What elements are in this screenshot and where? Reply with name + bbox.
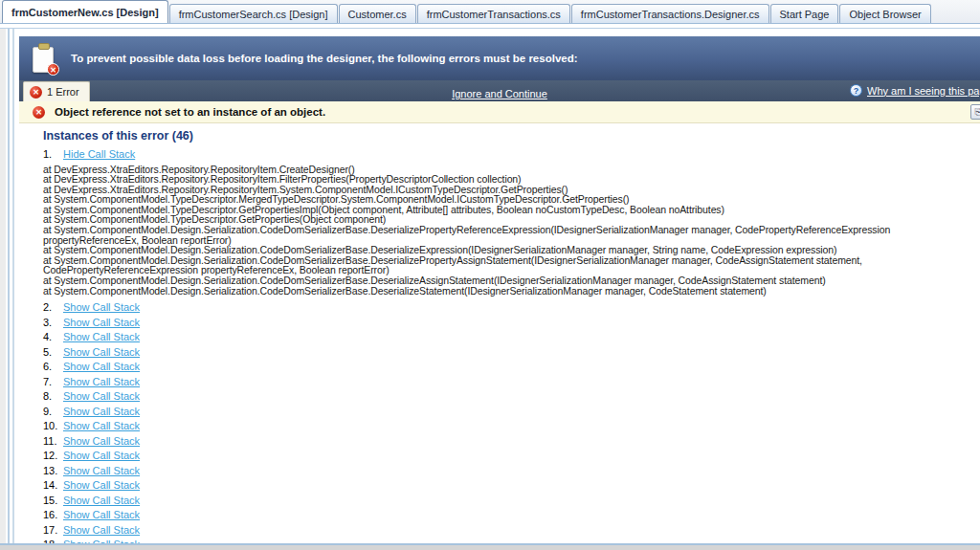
why-seeing-page-link[interactable]: Why am I seeing this page?: [867, 85, 980, 97]
tab-label: Start Page: [780, 9, 830, 20]
error-instance: 10.Show Call Stack: [43, 421, 980, 431]
instance-line: 7.Show Call Stack: [43, 377, 980, 387]
call-stack-link[interactable]: Show Call Stack: [63, 406, 140, 417]
instance-number: 2.: [43, 302, 59, 313]
instance-number: 3.: [43, 318, 59, 328]
error-instance: 13.Show Call Stack: [43, 466, 980, 476]
instance-line: 9.Show Call Stack: [43, 407, 980, 417]
instance-number: 14.: [43, 480, 59, 491]
instance-number: 10.: [43, 421, 59, 431]
instance-line: 5.Show Call Stack: [43, 347, 980, 358]
call-stack-link[interactable]: Show Call Stack: [63, 376, 140, 387]
instance-line: 11.Show Call Stack: [43, 436, 980, 447]
document-tab[interactable]: frmCustomerSearch.cs [Design]: [169, 4, 338, 23]
ignore-wrap: Ignore and Continue: [19, 84, 980, 101]
help-circle-icon: ?: [850, 84, 862, 97]
stack-trace: at DevExpress.XtraEditors.Repository.Rep…: [43, 165, 972, 297]
error-instance: 9.Show Call Stack: [43, 407, 980, 417]
call-stack-link[interactable]: Show Call Stack: [63, 301, 140, 313]
instance-number: 5.: [43, 347, 59, 358]
document-tab[interactable]: frmCustomerNew.cs [Design]: [2, 0, 168, 23]
instance-number: 4.: [43, 332, 59, 342]
document-tabs: frmCustomerNew.cs [Design] frmCustomerSe…: [0, 0, 980, 24]
error-toolbar: ✕ 1 Error Ignore and Continue ? Why am I…: [19, 80, 980, 101]
call-stack-link[interactable]: Show Call Stack: [63, 479, 140, 491]
call-stack-link[interactable]: Show Call Stack: [63, 420, 140, 431]
error-instance: 1.Hide Call Stack at DevExpress.XtraEdit…: [43, 149, 980, 296]
call-stack-link[interactable]: Show Call Stack: [63, 390, 140, 402]
left-gutter: [0, 29, 19, 550]
instance-list: 1.Hide Call Stack at DevExpress.XtraEdit…: [43, 149, 980, 543]
error-instance: 8.Show Call Stack: [43, 391, 980, 402]
stack-trace-line: at System.ComponentModel.Design.Serializ…: [43, 255, 972, 275]
instance-line: 14.Show Call Stack: [43, 480, 980, 491]
error-instance: 5.Show Call Stack: [43, 347, 980, 358]
error-instance: 15.Show Call Stack: [43, 495, 980, 506]
document-tab[interactable]: Customer.cs: [339, 4, 416, 23]
document-tab[interactable]: frmCustomerTransactions.Designer.cs: [571, 4, 769, 23]
tab-label: frmCustomerTransactions.Designer.cs: [581, 9, 760, 20]
document-tab[interactable]: Object Browser: [839, 4, 930, 23]
instance-number: 6.: [43, 362, 59, 372]
call-stack-link[interactable]: Show Call Stack: [63, 495, 140, 506]
instance-line: 12.Show Call Stack: [43, 451, 980, 461]
instances-heading: Instances of this error (46): [43, 129, 980, 143]
tab-label: Customer.cs: [348, 9, 407, 20]
error-instance: 2.Show Call Stack: [43, 302, 980, 313]
ignore-and-continue-link[interactable]: Ignore and Continue: [452, 88, 547, 99]
instance-line: 15.Show Call Stack: [43, 495, 980, 506]
call-stack-link[interactable]: Show Call Stack: [63, 509, 140, 520]
call-stack-link[interactable]: Show Call Stack: [63, 346, 140, 358]
error-instance: 6.Show Call Stack: [43, 362, 980, 372]
call-stack-link[interactable]: Show Call Stack: [63, 465, 140, 476]
call-stack-link[interactable]: Show Call Stack: [63, 331, 140, 342]
tab-label: frmCustomerSearch.cs [Design]: [179, 9, 328, 20]
error-message: Object reference not set to an instance …: [55, 106, 325, 118]
window-bottom-edge: [0, 543, 980, 550]
call-stack-link[interactable]: Show Call Stack: [63, 524, 140, 536]
copy-icon[interactable]: ⎘: [970, 104, 980, 120]
instance-line: 16.Show Call Stack: [43, 510, 980, 520]
instance-number: 17.: [43, 525, 59, 536]
instance-line: 8.Show Call Stack: [43, 391, 980, 402]
call-stack-link[interactable]: Show Call Stack: [63, 450, 140, 461]
document-tab[interactable]: Start Page: [770, 4, 839, 23]
instance-line: 2.Show Call Stack: [43, 302, 980, 313]
error-instance: 7.Show Call Stack: [43, 377, 980, 387]
tab-label: frmCustomerNew.cs [Design]: [11, 7, 159, 18]
call-stack-link[interactable]: Show Call Stack: [63, 361, 140, 372]
error-instance: 17.Show Call Stack: [43, 525, 980, 536]
error-banner: ✕ To prevent possible data loss before l…: [19, 36, 980, 80]
error-instance: 14.Show Call Stack: [43, 480, 980, 491]
instance-number: 11.: [43, 436, 59, 447]
instance-number: 12.: [43, 451, 59, 461]
call-stack-link[interactable]: Show Call Stack: [63, 435, 140, 447]
call-stack-link[interactable]: Hide Call Stack: [63, 148, 135, 160]
instance-number: 13.: [43, 466, 59, 476]
document-tab[interactable]: frmCustomerTransactions.cs: [417, 4, 570, 23]
error-message-bar: ✕ Object reference not set to an instanc…: [19, 101, 980, 123]
call-stack-link[interactable]: Show Call Stack: [63, 317, 140, 328]
instance-number: 8.: [43, 391, 59, 402]
banner-message: To prevent possible data loss before loa…: [71, 53, 578, 64]
instance-line: 3.Show Call Stack: [43, 318, 980, 328]
tab-label: Object Browser: [849, 9, 921, 20]
stack-trace-line: at System.ComponentModel.Design.Serializ…: [43, 225, 972, 245]
instance-line: 13.Show Call Stack: [43, 466, 980, 476]
clipboard-error-icon: ✕: [33, 43, 57, 74]
instance-line: 4.Show Call Stack: [43, 332, 980, 342]
tab-label: frmCustomerTransactions.cs: [427, 9, 561, 20]
error-instance: 16.Show Call Stack: [43, 510, 980, 520]
error-badge-icon: ✕: [47, 63, 59, 76]
error-instances-panel: Instances of this error (46) 1.Hide Call…: [19, 123, 980, 543]
instance-number: 1.: [43, 149, 59, 160]
error-instance: 12.Show Call Stack: [43, 451, 980, 461]
instance-number: 7.: [43, 377, 59, 387]
error-circle-icon: ✕: [33, 106, 45, 119]
instance-number: 9.: [43, 407, 59, 417]
instance-line: 1.Hide Call Stack: [43, 149, 980, 160]
instance-line: 17.Show Call Stack: [43, 525, 980, 536]
error-instance: 3.Show Call Stack: [43, 318, 980, 328]
error-instance: 11.Show Call Stack: [43, 436, 980, 447]
instance-number: 15.: [43, 495, 59, 506]
